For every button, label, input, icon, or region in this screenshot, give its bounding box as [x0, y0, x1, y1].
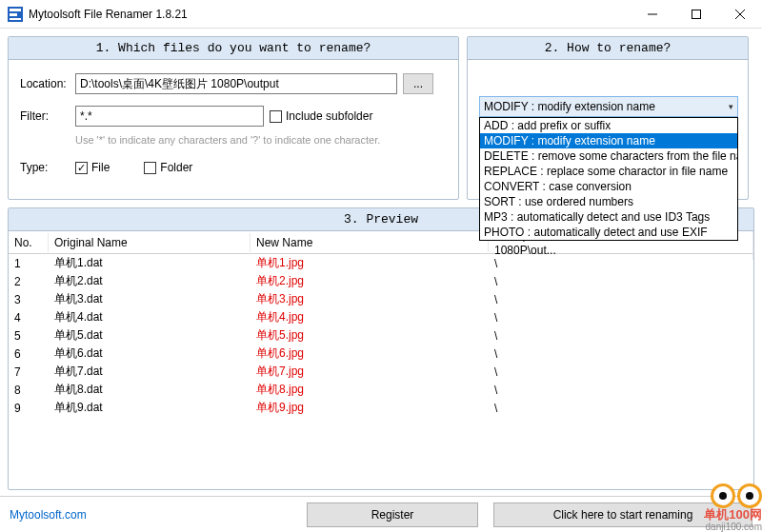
col-original[interactable]: Original Name	[49, 233, 251, 252]
cell-new: 单机6.jpg	[251, 345, 489, 363]
cell-original: 单机3.dat	[49, 290, 251, 308]
footer: Mytoolsoft.com Register Click here to st…	[0, 496, 762, 532]
cell-new: 单机9.jpg	[251, 399, 489, 417]
cell-path: \	[489, 256, 753, 271]
cell-no: 2	[9, 274, 49, 289]
table-row[interactable]: 9单机9.dat单机9.jpg\	[9, 399, 753, 417]
cell-new: 单机1.jpg	[251, 254, 489, 272]
table-row[interactable]: 2单机2.dat单机2.jpg\	[9, 272, 753, 290]
table-row[interactable]: 8单机8.dat单机8.jpg\	[9, 381, 753, 399]
cell-new: 单机3.jpg	[251, 290, 489, 308]
table-row[interactable]: 7单机7.dat单机7.jpg\	[9, 363, 753, 381]
cell-path: \	[489, 274, 753, 289]
filter-hint: Use '*' to indicate any characters and '…	[75, 134, 447, 146]
filter-input[interactable]	[75, 106, 264, 127]
cell-new: 单机4.jpg	[251, 308, 489, 326]
table-row[interactable]: 3单机3.dat单机3.jpg\	[9, 290, 753, 308]
cell-path: \	[489, 292, 753, 307]
cell-no: 7	[9, 365, 49, 380]
cell-no: 1	[9, 256, 49, 271]
col-no[interactable]: No.	[9, 233, 49, 252]
window-title: Mytoolsoft File Renamer 1.8.21	[29, 8, 631, 21]
cell-no: 4	[9, 310, 49, 325]
include-subfolder-label: Include subfolder	[286, 109, 372, 123]
minimize-button[interactable]	[631, 0, 674, 29]
file-checkbox[interactable]	[75, 162, 88, 174]
table-row[interactable]: 6单机6.dat单机6.jpg\	[9, 345, 753, 363]
location-input[interactable]	[75, 73, 397, 94]
start-rename-button[interactable]: Click here to start renaming	[493, 502, 752, 527]
files-panel: 1. Which files do you want to rename? Lo…	[8, 36, 459, 200]
cell-original: 单机7.dat	[49, 363, 251, 381]
svg-rect-1	[10, 9, 21, 11]
preview-panel: 3. Preview No. Original Name New Name Pa…	[8, 207, 754, 490]
cell-path: \	[489, 310, 753, 325]
cell-new: 单机7.jpg	[251, 363, 489, 381]
location-label: Location:	[20, 77, 75, 90]
file-checkbox-label: File	[91, 161, 110, 174]
folder-checkbox[interactable]	[144, 162, 156, 174]
start-label: Click here to start renaming	[553, 508, 693, 522]
dropdown-option[interactable]: MODIFY : modify extension name	[480, 133, 737, 148]
svg-rect-2	[10, 13, 17, 16]
dropdown-option[interactable]: PHOTO : automatically detect and use EXI…	[480, 225, 737, 240]
chevron-down-icon: ▾	[729, 102, 733, 111]
cell-no: 9	[9, 401, 49, 416]
cell-original: 单机9.dat	[49, 399, 251, 417]
vendor-link[interactable]: Mytoolsoft.com	[10, 508, 87, 522]
titlebar: Mytoolsoft File Renamer 1.8.21	[0, 0, 762, 29]
register-button[interactable]: Register	[307, 502, 478, 527]
cell-no: 8	[9, 383, 49, 398]
rename-panel: 2. How to rename? MODIFY : modify extens…	[467, 36, 749, 200]
cell-original: 单机8.dat	[49, 381, 251, 399]
close-button[interactable]	[718, 0, 762, 29]
table-row[interactable]: 1单机1.dat单机1.jpg\	[9, 254, 753, 272]
browse-label: ...	[413, 77, 423, 90]
cell-path: \	[489, 365, 753, 380]
cell-original: 单机4.dat	[49, 308, 251, 326]
svg-rect-5	[692, 10, 701, 18]
col-new[interactable]: New Name	[251, 233, 489, 252]
include-subfolder-checkbox[interactable]	[270, 110, 282, 123]
combo-selected: MODIFY : modify extension name	[484, 100, 655, 113]
dropdown-option[interactable]: DELETE : remove some characters from the…	[480, 148, 737, 164]
type-label: Type:	[20, 161, 75, 174]
cell-no: 3	[9, 292, 49, 307]
cell-path: \	[489, 401, 753, 416]
cell-no: 6	[9, 346, 49, 362]
folder-checkbox-label: Folder	[160, 161, 192, 174]
browse-button[interactable]: ...	[403, 73, 433, 94]
cell-path: \	[489, 383, 753, 398]
dropdown-option[interactable]: SORT : use ordered numbers	[480, 194, 737, 209]
cell-new: 单机8.jpg	[251, 381, 489, 399]
cell-original: 单机5.dat	[49, 326, 251, 345]
cell-original: 单机6.dat	[49, 345, 251, 363]
maximize-button[interactable]	[674, 0, 718, 29]
cell-path: \	[489, 328, 753, 344]
filter-label: Filter:	[20, 109, 75, 123]
svg-rect-3	[10, 18, 21, 20]
dropdown-option[interactable]: CONVERT : case conversion	[480, 179, 737, 194]
cell-path: \	[489, 346, 753, 362]
table-row[interactable]: 4单机4.dat单机4.jpg\	[9, 308, 753, 326]
cell-original: 单机1.dat	[49, 254, 251, 272]
rename-mode-combo[interactable]: MODIFY : modify extension name ▾	[479, 96, 738, 117]
cell-original: 单机2.dat	[49, 272, 251, 290]
cell-new: 单机2.jpg	[251, 272, 489, 290]
cell-new: 单机5.jpg	[251, 326, 489, 345]
preview-table-body: 1单机1.dat单机1.jpg\2单机2.dat单机2.jpg\3单机3.dat…	[9, 254, 753, 417]
files-panel-title: 1. Which files do you want to rename?	[9, 37, 458, 60]
dropdown-option[interactable]: REPLACE : replace some charactor in file…	[480, 164, 737, 179]
rename-mode-dropdown[interactable]: ADD : add prefix or suffixMODIFY : modif…	[479, 117, 738, 241]
dropdown-option[interactable]: ADD : add prefix or suffix	[480, 118, 737, 133]
table-row[interactable]: 5单机5.dat单机5.jpg\	[9, 326, 753, 345]
register-label: Register	[371, 508, 414, 522]
cell-no: 5	[9, 328, 49, 344]
app-icon	[8, 7, 23, 22]
dropdown-option[interactable]: MP3 : automatically detect and use ID3 T…	[480, 209, 737, 225]
rename-panel-title: 2. How to rename?	[468, 37, 748, 60]
